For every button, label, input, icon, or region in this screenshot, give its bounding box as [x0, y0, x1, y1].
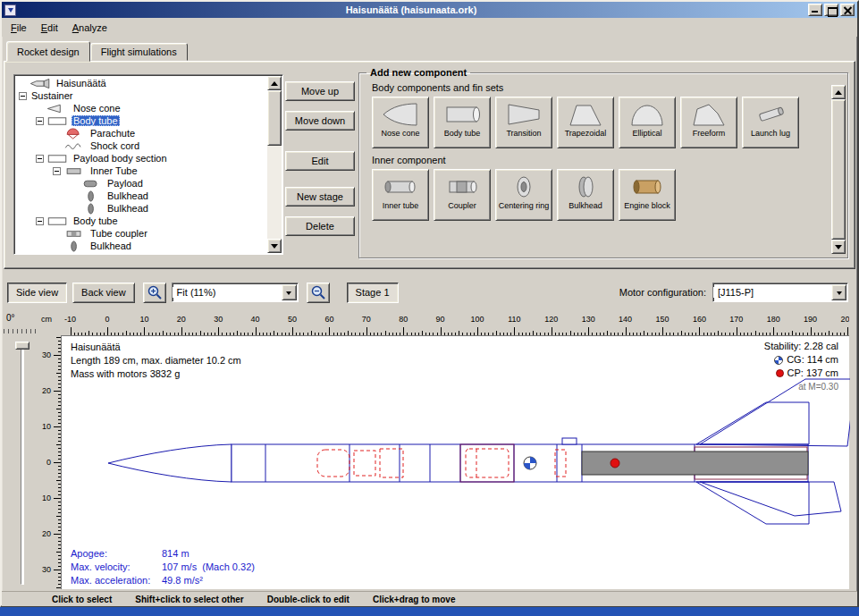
fin-lower-shape[interactable]	[696, 482, 809, 524]
ruler-label: 190	[804, 315, 817, 324]
delete-button[interactable]: Delete	[285, 216, 355, 236]
ruler-label: 90	[436, 315, 445, 324]
card-label: Elliptical	[632, 129, 661, 138]
move-down-button[interactable]: Move down	[285, 111, 355, 131]
scroll-up-button[interactable]	[267, 76, 282, 90]
close-button[interactable]	[840, 4, 855, 16]
move-up-button[interactable]: Move up	[285, 81, 355, 101]
tree-item-bulkhead[interactable]: Bulkhead	[16, 190, 266, 202]
tree-expander-icon[interactable]	[36, 217, 44, 225]
tree-scrollbar[interactable]	[267, 76, 282, 253]
ruler-label: 30	[42, 350, 51, 359]
bulkhead-icon	[565, 173, 606, 201]
flight-value: 49.8 m/s²	[162, 574, 203, 587]
minimize-button[interactable]	[808, 4, 822, 16]
add-bulkhead-button[interactable]: Bulkhead	[557, 169, 614, 221]
tree-item-bulkhead[interactable]: Bulkhead	[16, 240, 266, 252]
tree-item-payload-body-section[interactable]: Payload body section	[16, 152, 266, 165]
tab-rocket-design[interactable]: Rocket design	[6, 41, 90, 62]
ruler-label: 150	[655, 315, 669, 324]
stage-1-toggle[interactable]: Stage 1	[347, 283, 399, 303]
cg-value: CG: 114 cm	[787, 353, 838, 367]
ruler-label: 20	[177, 315, 186, 324]
bulkhead-icon	[80, 190, 103, 202]
zoom-out-button[interactable]	[307, 283, 330, 303]
add-engine-block-button[interactable]: Engine block	[619, 169, 676, 221]
taskbar-strip	[0, 607, 859, 616]
ruler-tick	[699, 327, 700, 335]
tab-flight-simulations[interactable]: Flight simulations	[90, 43, 188, 61]
bulkhead-icon	[63, 240, 86, 252]
add-launch-lug-button[interactable]: Launch lug	[742, 97, 799, 148]
rocket-icon	[29, 78, 52, 89]
tree-item-shock-cord[interactable]: Shock cord	[16, 139, 266, 152]
add-component-scrollbar[interactable]	[831, 85, 846, 254]
ruler-tick	[181, 327, 182, 335]
ruler-label: 170	[729, 315, 743, 324]
tree-item-parachute[interactable]: Parachute	[16, 127, 266, 139]
add-freeform-button[interactable]: Freeform	[680, 97, 737, 148]
magnifier-minus-icon	[310, 284, 326, 300]
ruler-tick	[847, 327, 848, 335]
tree-expander-icon[interactable]	[53, 167, 61, 175]
tree-item-sustainer[interactable]: Sustainer	[16, 89, 266, 102]
scrollbar-thumb[interactable]	[831, 99, 846, 240]
tree-item-tube-coupler[interactable]: Tube coupler	[16, 227, 266, 240]
tree-item-body-tube[interactable]: Body tube	[16, 114, 266, 127]
motor-configuration-label: Motor configuration:	[619, 287, 706, 298]
chevron-down-icon[interactable]	[282, 284, 297, 300]
tree-expander-icon[interactable]	[36, 117, 44, 125]
zoom-select[interactable]: Fit (11%)	[172, 283, 299, 302]
add-coupler-button[interactable]: Coupler	[434, 169, 491, 221]
launch-lug-shape[interactable]	[562, 438, 577, 444]
status-hint: Shift+click to select other	[135, 595, 243, 604]
menu-edit[interactable]: Edit	[34, 20, 65, 36]
tree-item-body-tube[interactable]: Body tube	[16, 215, 266, 227]
new-stage-button[interactable]: New stage	[285, 187, 355, 207]
scroll-down-button[interactable]	[267, 239, 282, 253]
nose-cone-shape[interactable]	[108, 444, 232, 482]
ruler-label: 20	[42, 386, 51, 395]
action-buttons: Move upMove downEditNew stageDelete	[285, 81, 355, 246]
chevron-down-icon[interactable]	[831, 284, 846, 300]
rotation-slider-handle[interactable]	[15, 342, 29, 350]
add-body-tube-button[interactable]: Body tube	[434, 97, 491, 148]
scroll-down-button[interactable]	[831, 240, 846, 254]
side-view-button[interactable]: Side view	[7, 283, 67, 303]
scrollbar-thumb[interactable]	[267, 90, 282, 146]
add-transition-button[interactable]: Transition	[495, 97, 552, 148]
fin-upper-shape[interactable]	[696, 402, 809, 444]
add-trapezoidal-button[interactable]: Trapezoidal	[557, 97, 614, 148]
tree-expander-icon[interactable]	[36, 155, 44, 163]
tree-item-nose-cone[interactable]: Nose cone	[16, 102, 266, 114]
rotation-slider-track[interactable]	[21, 343, 24, 585]
shockcord-icon	[63, 140, 86, 152]
fin-far-lower-shape[interactable]	[700, 482, 841, 516]
menu-file[interactable]: File	[4, 20, 34, 36]
menu-analyze[interactable]: Analyze	[65, 20, 114, 36]
maximize-button[interactable]	[824, 4, 838, 16]
add-elliptical-button[interactable]: Elliptical	[619, 97, 676, 148]
zoom-in-button[interactable]	[143, 283, 166, 303]
ruler-tick	[54, 570, 61, 570]
scroll-up-button[interactable]	[831, 85, 846, 99]
cg-icon	[774, 356, 783, 365]
rotation-angle-label: 0°	[6, 313, 15, 323]
ruler-label: 160	[693, 315, 706, 324]
rocket-canvas[interactable]: Haisunäätä Length 189 cm, max. diameter …	[61, 335, 849, 589]
ruler-label: 140	[619, 315, 632, 324]
tree-item-payload[interactable]: Payload	[16, 177, 266, 190]
tree-item-bulkhead[interactable]: Bulkhead	[16, 202, 266, 215]
ruler-tick	[292, 327, 293, 335]
back-view-button[interactable]: Back view	[72, 283, 135, 303]
tree-expander-icon[interactable]	[19, 92, 27, 100]
tree-item-haisun-t[interactable]: Haisunäätä	[16, 77, 266, 89]
flight-label: Max. acceleration:	[71, 574, 162, 587]
motor-configuration-select[interactable]: [J115-P]	[712, 283, 848, 302]
ruler-tick	[662, 327, 663, 335]
edit-button[interactable]: Edit	[285, 151, 355, 171]
tree-item-inner-tube[interactable]: Inner Tube	[16, 165, 266, 177]
add-nose-cone-button[interactable]: Nose cone	[372, 97, 429, 148]
add-centering-ring-button[interactable]: Centering ring	[495, 169, 552, 221]
add-inner-tube-button[interactable]: Inner tube	[372, 169, 429, 221]
